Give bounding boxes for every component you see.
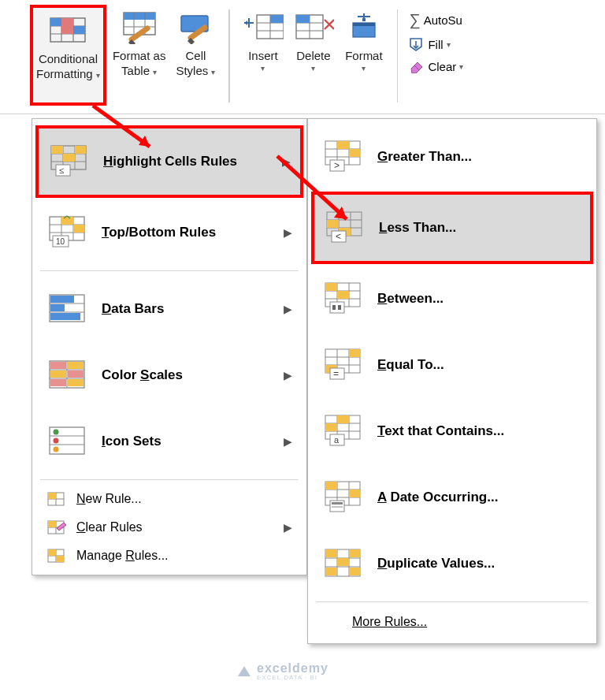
data-bars-label: Data Bars (102, 301, 291, 317)
clear-rules-item[interactable]: Clear Rules ▶ (37, 513, 302, 542)
svg-rect-58 (50, 304, 65, 311)
svg-rect-116 (338, 305, 341, 310)
watermark: exceldemy EXCEL DATA · BI (236, 662, 328, 681)
cell-styles-button[interactable]: Cell Styles ▾ (172, 5, 219, 106)
fill-label: Fill (428, 38, 443, 51)
svg-rect-88 (56, 556, 64, 562)
icon-sets-label: Icon Sets (102, 434, 291, 449)
manage-rules-icon (46, 546, 67, 565)
menu-separator (40, 479, 299, 480)
color-scales-label: Color Scales (102, 367, 291, 383)
date-occurring-item[interactable]: A Date Occurring... (313, 464, 592, 531)
insert-button[interactable]: Insert ▾ (239, 5, 287, 106)
between-item[interactable]: Between... (313, 266, 592, 332)
svg-rect-41 (75, 146, 86, 154)
svg-rect-132 (325, 423, 337, 431)
svg-rect-10 (124, 13, 155, 20)
conditional-formatting-button[interactable]: Conditional Formatting ▾ (30, 5, 106, 106)
conditional-formatting-label-2: Formatting ▾ (36, 67, 100, 82)
delete-icon (293, 9, 334, 46)
conditional-formatting-label-1: Conditional (39, 52, 98, 67)
new-rule-item[interactable]: New Rule... (37, 485, 302, 513)
cell-styles-label-2: Styles ▾ (176, 64, 215, 79)
icon-sets-item[interactable]: Icon Sets ▶ (37, 408, 302, 475)
svg-line-31 (93, 106, 150, 147)
svg-rect-57 (50, 296, 74, 303)
svg-text:=: = (333, 368, 339, 379)
svg-point-75 (54, 447, 59, 452)
manage-rules-label: Manage Rules... (76, 549, 291, 563)
text-contains-item[interactable]: a Text that Contains... (313, 398, 592, 464)
svg-rect-154 (349, 568, 360, 575)
svg-text:a: a (334, 435, 340, 445)
format-as-table-button[interactable]: Format as Table ▾ (109, 5, 169, 106)
svg-rect-19 (270, 15, 284, 23)
svg-text:10: 10 (56, 237, 65, 246)
svg-rect-26 (353, 23, 375, 26)
color-scales-icon (48, 358, 89, 393)
svg-rect-68 (50, 379, 66, 386)
equal-to-icon: = (324, 348, 365, 382)
top-bottom-label: Top/Bottom Rules (102, 225, 291, 240)
more-rules-label: More Rules... (352, 615, 427, 628)
more-rules-item[interactable]: More Rules... (308, 607, 596, 642)
svg-rect-152 (337, 558, 349, 566)
svg-rect-79 (48, 493, 56, 499)
highlight-cells-rules-item[interactable]: ≤ Highlight Cells Rules ▶ (35, 125, 303, 198)
data-bars-item[interactable]: Data Bars ▶ (37, 276, 302, 342)
svg-rect-24 (296, 15, 310, 23)
greater-than-label: Greater Than... (377, 149, 581, 165)
fill-icon (409, 37, 425, 51)
svg-rect-113 (337, 291, 349, 299)
highlight-cells-icon: ≤ (50, 144, 91, 179)
equal-to-item[interactable]: = Equal To... (313, 332, 592, 398)
duplicate-values-item[interactable]: Duplicate Values... (313, 531, 592, 597)
svg-rect-42 (63, 154, 75, 162)
svg-rect-122 (349, 349, 360, 357)
format-button[interactable]: Format ▾ (340, 5, 388, 106)
svg-rect-6 (61, 18, 73, 26)
svg-line-33 (277, 156, 347, 219)
svg-rect-8 (73, 26, 85, 34)
text-contains-icon: a (324, 414, 365, 449)
svg-rect-151 (349, 549, 360, 557)
clear-rules-icon (46, 518, 67, 537)
red-arrow-2 (271, 150, 366, 236)
between-label: Between... (377, 291, 581, 307)
ribbon-separator (228, 9, 230, 102)
svg-rect-64 (50, 362, 66, 369)
chevron-right-icon: ▶ (284, 521, 292, 534)
svg-rect-143 (332, 502, 343, 505)
svg-rect-141 (349, 490, 360, 497)
fill-button[interactable]: Fill▾ (409, 37, 463, 51)
date-occurring-icon (324, 480, 365, 515)
svg-rect-59 (50, 313, 80, 320)
color-scales-item[interactable]: Color Scales ▶ (37, 342, 302, 408)
svg-point-73 (54, 430, 59, 435)
watermark-text: exceldemy (257, 662, 328, 675)
insert-label: Insert (248, 49, 278, 64)
conditional-formatting-icon (47, 13, 88, 49)
autosum-button[interactable]: ∑ AutoSu (409, 11, 463, 29)
conditional-formatting-menu: ≤ Highlight Cells Rules ▶ 10 Top/Bottom … (32, 118, 307, 575)
format-caret: ▾ (362, 64, 366, 74)
svg-rect-131 (337, 415, 349, 423)
top-bottom-rules-item[interactable]: 10 Top/Bottom Rules ▶ (37, 199, 302, 266)
new-rule-label: New Rule... (76, 492, 291, 506)
clear-label: Clear (428, 60, 456, 73)
text-contains-label: Text that Contains... (377, 423, 581, 439)
svg-rect-51 (73, 225, 84, 233)
clear-button[interactable]: Clear▾ (409, 59, 463, 73)
svg-rect-5 (50, 18, 61, 26)
new-rule-icon (46, 490, 67, 508)
delete-button[interactable]: Delete ▾ (290, 5, 337, 106)
manage-rules-item[interactable]: Manage Rules... (37, 542, 302, 570)
ribbon: Conditional Formatting ▾ Format as Table… (0, 0, 605, 114)
menu-separator (40, 270, 299, 271)
chevron-right-icon: ▶ (284, 435, 292, 448)
svg-rect-7 (61, 26, 73, 34)
editing-group: ∑ AutoSu Fill▾ Clear▾ (406, 5, 466, 73)
less-than-label: Less Than... (379, 220, 579, 236)
svg-rect-83 (48, 521, 56, 527)
equal-to-label: Equal To... (377, 357, 581, 373)
